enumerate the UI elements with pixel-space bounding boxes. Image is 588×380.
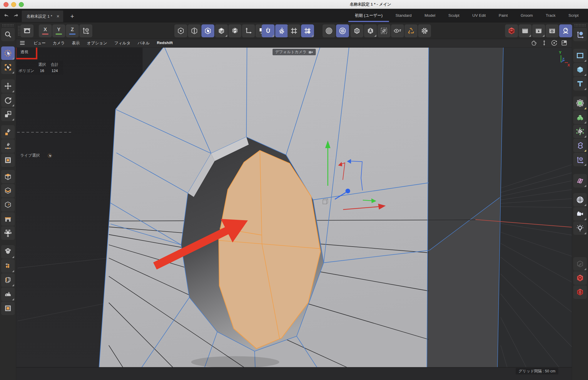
- axis-modification-button[interactable]: [573, 28, 587, 41]
- rotate-view-button[interactable]: [551, 39, 558, 47]
- smoothing-iron-tool-button[interactable]: [1, 287, 15, 301]
- palette-drag-handle[interactable]: [2, 24, 14, 26]
- settings-gear-button[interactable]: [418, 24, 431, 37]
- scale-tool-button[interactable]: [1, 108, 15, 121]
- menu-camera[interactable]: カメラ: [49, 41, 68, 46]
- thicken-tool-button[interactable]: [1, 273, 15, 287]
- spline-pen-button[interactable]: [1, 139, 15, 153]
- menu-redshift[interactable]: Redshift: [153, 41, 176, 46]
- bridge-tool-button[interactable]: [1, 212, 15, 226]
- render-view-button[interactable]: [519, 24, 532, 37]
- camera-object-button[interactable]: [573, 207, 587, 221]
- environment-object-button[interactable]: [573, 193, 587, 207]
- add-tab-button[interactable]: +: [67, 11, 77, 22]
- magnet-tool-button[interactable]: [1, 226, 15, 240]
- view-mode-label[interactable]: 透視: [19, 49, 30, 55]
- text-object-button[interactable]: [573, 77, 587, 91]
- find-tool-button[interactable]: [1, 28, 15, 41]
- render-in-picture-viewer-button[interactable]: [532, 24, 545, 37]
- layout-tab-model[interactable]: Model: [418, 9, 442, 22]
- zoom-view-button[interactable]: [541, 39, 548, 47]
- lock-z-axis-button[interactable]: Z: [66, 24, 79, 37]
- knife-tool-button[interactable]: [1, 198, 15, 212]
- layout-tab-standard[interactable]: Standard: [389, 9, 418, 22]
- annotation-button[interactable]: [364, 24, 377, 37]
- view-filter-button[interactable]: [391, 24, 404, 37]
- modeling-gear-button[interactable]: [336, 24, 349, 37]
- snap-toggle-button[interactable]: [262, 24, 275, 37]
- volume-builder-button[interactable]: [573, 111, 587, 124]
- hamburger-menu-icon[interactable]: [19, 39, 26, 47]
- instance-object-button[interactable]: [573, 174, 587, 188]
- live-selection-button[interactable]: [1, 46, 15, 60]
- light-object-button[interactable]: [573, 221, 587, 235]
- redshift-light-button[interactable]: [573, 271, 587, 285]
- polygon-pen-button[interactable]: [1, 125, 15, 139]
- layout-tab-sculpt[interactable]: Sculpt: [442, 9, 466, 22]
- primitive-cube-button[interactable]: [573, 63, 587, 76]
- rotate-tool-button[interactable]: [1, 93, 15, 107]
- menu-display[interactable]: 表示: [69, 41, 83, 46]
- toggle-panel-button[interactable]: [561, 39, 568, 47]
- content-browser-button[interactable]: [21, 24, 34, 37]
- hide-selected-button[interactable]: [377, 24, 390, 37]
- material-node-button[interactable]: [573, 257, 587, 271]
- tweak-frame-button[interactable]: [1, 153, 15, 167]
- workplane-mode-button[interactable]: [242, 24, 255, 37]
- redo-button[interactable]: [12, 11, 20, 20]
- layout-tab-script[interactable]: Script: [562, 9, 585, 22]
- points-mode-button[interactable]: [174, 24, 187, 37]
- extrude-inner-tool-button[interactable]: [1, 184, 15, 197]
- extrude-tool-button[interactable]: [1, 170, 15, 183]
- reset-psr-button[interactable]: [405, 24, 417, 37]
- layout-tab-groom[interactable]: Groom: [514, 9, 539, 22]
- polygons-mode-button[interactable]: [201, 24, 214, 37]
- minimize-window-button[interactable]: [11, 2, 16, 7]
- field-object-button[interactable]: [573, 125, 587, 138]
- subdivide-tool-button[interactable]: [1, 302, 15, 315]
- zoom-window-button[interactable]: [19, 2, 24, 7]
- quantize-button[interactable]: [288, 24, 300, 37]
- layout-tab-paint[interactable]: Paint: [492, 9, 514, 22]
- pan-view-button[interactable]: [531, 39, 538, 47]
- edges-mode-button[interactable]: [188, 24, 201, 37]
- viewport[interactable]: Y Z X 透視 選択 合計 ポリゴン 16 124: [16, 48, 572, 380]
- subdivision-surface-button[interactable]: [573, 96, 587, 110]
- modeling-settings-button[interactable]: [323, 24, 335, 37]
- undo-button[interactable]: [2, 11, 11, 20]
- model-mode-button[interactable]: [215, 24, 228, 37]
- close-window-button[interactable]: [4, 2, 9, 7]
- null-object-button[interactable]: [573, 153, 587, 166]
- layout-tab-startup[interactable]: 初期 (ユーザー): [348, 9, 389, 22]
- toolbar-drag-handle[interactable]: [18, 26, 21, 36]
- menu-filter[interactable]: フィルタ: [111, 41, 134, 46]
- rectangle-selection-button[interactable]: [1, 61, 15, 74]
- lock-x-axis-button[interactable]: X: [39, 24, 52, 37]
- close-tab-icon[interactable]: ✕: [56, 14, 60, 19]
- visibility-button[interactable]: [350, 24, 363, 37]
- camera-name-badge[interactable]: デフォルトカメラ: [273, 49, 316, 55]
- layout-tab-uv-edit[interactable]: UV Edit: [466, 9, 492, 22]
- render-settings-button[interactable]: [546, 24, 559, 37]
- deformer-button[interactable]: [573, 139, 587, 152]
- interactive-render-button[interactable]: [559, 24, 572, 37]
- menu-view[interactable]: ビュー: [30, 41, 49, 46]
- menu-options[interactable]: オプション: [83, 41, 111, 46]
- gizmo-z-knob[interactable]: [345, 189, 350, 193]
- redshift-render-button[interactable]: [505, 24, 518, 37]
- 3d-scene[interactable]: Y Z X: [16, 48, 572, 380]
- spline-primitive-button[interactable]: [573, 49, 587, 62]
- layout-tab-track[interactable]: Track: [539, 9, 562, 22]
- document-tab[interactable]: 名称未設定 1 * ✕: [22, 11, 63, 22]
- move-tool-button[interactable]: [1, 79, 15, 93]
- menu-panel[interactable]: パネル: [134, 41, 153, 46]
- palette-drag-handle[interactable]: [574, 24, 586, 26]
- array-clone-tool-button[interactable]: [1, 259, 15, 273]
- redshift-camera-button[interactable]: [573, 285, 587, 299]
- quantize-lock-button[interactable]: [301, 24, 314, 37]
- snap-settings-button[interactable]: [275, 24, 288, 37]
- coordinate-system-button[interactable]: [79, 24, 92, 37]
- weld-tool-button[interactable]: [1, 245, 15, 259]
- lock-y-axis-button[interactable]: Y: [52, 24, 65, 37]
- texture-mode-button[interactable]: [228, 24, 241, 37]
